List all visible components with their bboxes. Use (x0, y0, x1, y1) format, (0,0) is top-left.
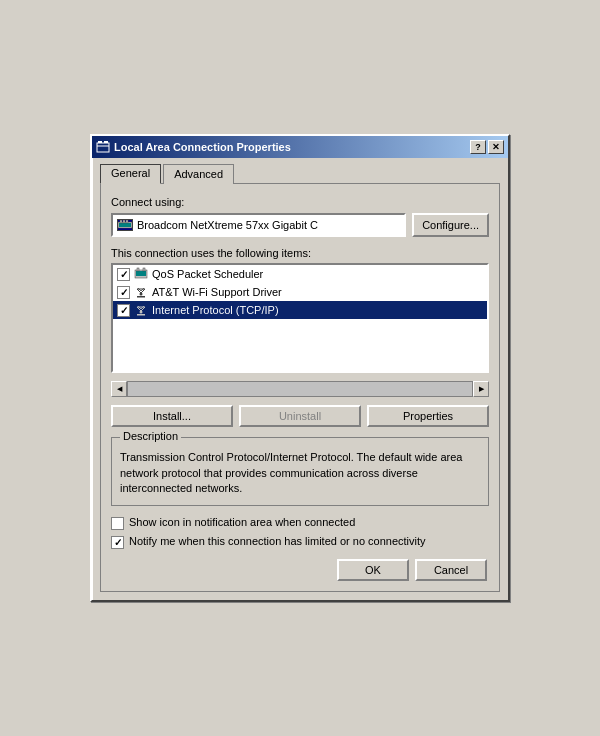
checkbox-tcp[interactable] (117, 304, 130, 317)
adapter-icon (117, 219, 133, 231)
configure-button[interactable]: Configure... (412, 213, 489, 237)
adapter-row: Broadcom NetXtreme 57xx Gigabit C Config… (111, 213, 489, 237)
items-label: This connection uses the following items… (111, 247, 489, 259)
svg-rect-7 (119, 223, 131, 227)
svg-rect-9 (123, 220, 125, 223)
svg-rect-8 (120, 220, 122, 223)
show-icon-checkbox[interactable] (111, 517, 124, 530)
svg-rect-5 (104, 141, 108, 143)
qos-icon (134, 267, 148, 281)
h-scroll-track[interactable] (127, 381, 473, 397)
svg-rect-13 (137, 268, 139, 271)
action-buttons: Install... Uninstall Properties (111, 405, 489, 427)
svg-rect-16 (137, 296, 145, 298)
list-item-att[interactable]: AT&T Wi-Fi Support Driver (113, 283, 487, 301)
title-bar-left: Local Area Connection Properties (96, 140, 291, 154)
svg-point-17 (140, 311, 143, 314)
list-item-qos[interactable]: QoS Packet Scheduler (113, 265, 487, 283)
ok-button[interactable]: OK (337, 559, 409, 581)
show-icon-label: Show icon in notification area when conn… (129, 516, 355, 528)
h-scroll-row: ◀ ▶ (111, 381, 489, 397)
description-group: Description Transmission Control Protoco… (111, 437, 489, 505)
tab-bar: General Advanced (100, 164, 500, 184)
install-button[interactable]: Install... (111, 405, 233, 427)
svg-rect-18 (137, 314, 145, 316)
title-bar: Local Area Connection Properties ? ✕ (92, 136, 508, 158)
description-legend: Description (120, 430, 181, 442)
properties-button[interactable]: Properties (367, 405, 489, 427)
items-list[interactable]: QoS Packet Scheduler (111, 263, 489, 373)
window-icon (96, 140, 110, 154)
adapter-name: Broadcom NetXtreme 57xx Gigabit C (137, 219, 318, 231)
adapter-field: Broadcom NetXtreme 57xx Gigabit C (111, 213, 406, 237)
list-item-tcp[interactable]: Internet Protocol (TCP/IP) (113, 301, 487, 319)
tab-general[interactable]: General (100, 164, 161, 184)
dialog-window: Local Area Connection Properties ? ✕ Gen… (90, 134, 510, 601)
ok-cancel-row: OK Cancel (111, 559, 489, 581)
item-label-att: AT&T Wi-Fi Support Driver (152, 286, 282, 298)
notify-label: Notify me when this connection has limit… (129, 535, 426, 547)
tcp-icon (134, 303, 148, 317)
checkbox-att[interactable] (117, 286, 130, 299)
h-scroll-right[interactable]: ▶ (473, 381, 489, 397)
svg-rect-0 (97, 143, 109, 152)
close-button[interactable]: ✕ (488, 140, 504, 154)
description-text: Transmission Control Protocol/Internet P… (120, 450, 480, 496)
window-content: General Advanced Connect using: (92, 158, 508, 599)
tab-advanced[interactable]: Advanced (163, 164, 234, 184)
notify-row: Notify me when this connection has limit… (111, 535, 489, 549)
connect-using-label: Connect using: (111, 196, 489, 208)
show-icon-row: Show icon in notification area when conn… (111, 516, 489, 530)
att-icon (134, 285, 148, 299)
cancel-button[interactable]: Cancel (415, 559, 487, 581)
notify-checkbox[interactable] (111, 536, 124, 549)
svg-point-15 (140, 293, 143, 296)
window-title: Local Area Connection Properties (114, 141, 291, 153)
svg-rect-4 (98, 141, 102, 143)
svg-rect-12 (136, 271, 146, 276)
checkbox-qos[interactable] (117, 268, 130, 281)
item-label-qos: QoS Packet Scheduler (152, 268, 263, 280)
title-buttons: ? ✕ (470, 140, 504, 154)
svg-rect-10 (126, 220, 128, 223)
svg-rect-14 (143, 268, 145, 271)
item-label-tcp: Internet Protocol (TCP/IP) (152, 304, 279, 316)
help-button[interactable]: ? (470, 140, 486, 154)
h-scroll-left[interactable]: ◀ (111, 381, 127, 397)
uninstall-button[interactable]: Uninstall (239, 405, 361, 427)
items-list-container: QoS Packet Scheduler (111, 263, 489, 373)
tab-content-general: Connect using: Broadcom NetXtreme 57xx G… (100, 183, 500, 591)
